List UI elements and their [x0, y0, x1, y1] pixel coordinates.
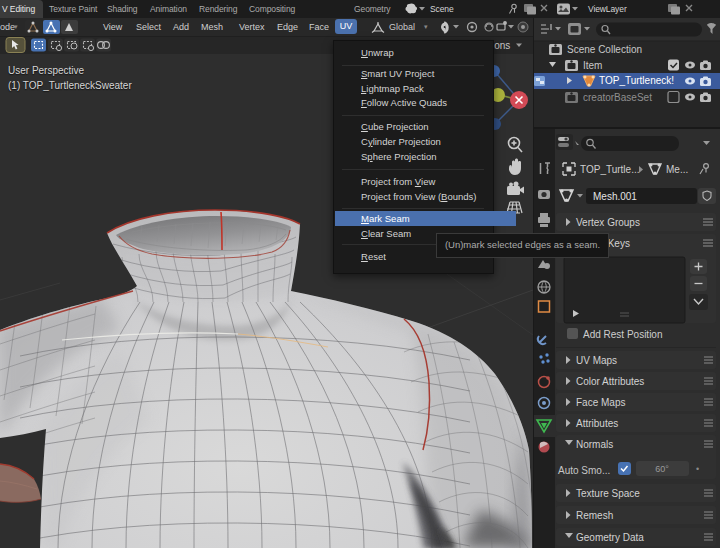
svg-text:60°: 60° — [655, 464, 669, 474]
svg-text:•: • — [696, 464, 699, 474]
svg-text:Face Maps: Face Maps — [576, 397, 625, 408]
svg-text:UV Maps: UV Maps — [576, 355, 617, 366]
svg-text:Remesh: Remesh — [576, 510, 613, 521]
svg-text:Attributes: Attributes — [576, 418, 618, 429]
svg-text:Geometry Data: Geometry Data — [576, 532, 644, 543]
svg-text:Normals: Normals — [576, 439, 613, 450]
svg-text:creatorBaseSet: creatorBaseSet — [583, 92, 652, 103]
svg-text:Scene Collection: Scene Collection — [567, 44, 642, 55]
svg-text:TOP_Turtleneck!: TOP_Turtleneck! — [599, 75, 674, 86]
svg-text:Texture Space: Texture Space — [576, 488, 640, 499]
svg-text:Item: Item — [583, 60, 602, 71]
svg-text:Auto Smo...: Auto Smo... — [558, 465, 610, 476]
svg-text:Color Attributes: Color Attributes — [576, 376, 644, 387]
